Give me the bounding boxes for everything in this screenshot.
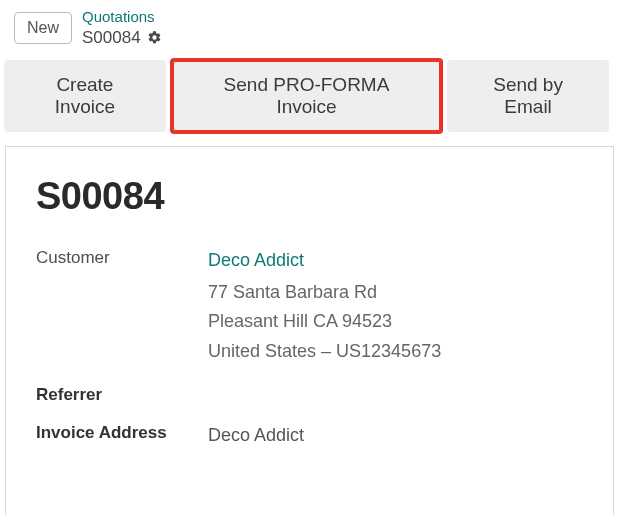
create-invoice-button[interactable]: Create Invoice [4,60,166,132]
address-line-1: 77 Santa Barbara Rd [208,278,441,308]
new-button[interactable]: New [14,12,72,44]
send-by-email-button[interactable]: Send by Email [447,60,609,132]
field-referrer: Referrer [36,383,583,405]
invoice-address-value[interactable]: Deco Addict [208,421,304,451]
breadcrumb-current: S00084 [82,27,162,48]
action-button-bar: Create Invoice Send PRO-FORMA Invoice Se… [0,60,619,132]
invoice-address-label: Invoice Address [36,421,208,443]
customer-address: 77 Santa Barbara Rd Pleasant Hill CA 945… [208,278,441,367]
gear-icon[interactable] [147,30,162,45]
form-sheet: S00084 Customer Deco Addict 77 Santa Bar… [5,146,614,515]
customer-label: Customer [36,246,208,268]
customer-value: Deco Addict 77 Santa Barbara Rd Pleasant… [208,246,441,367]
record-title: S00084 [36,175,583,218]
referrer-label: Referrer [36,383,208,405]
send-proforma-button[interactable]: Send PRO-FORMA Invoice [172,60,441,132]
breadcrumb-model-link[interactable]: Quotations [82,8,162,27]
address-line-3: United States – US12345673 [208,337,441,367]
breadcrumb-record-id: S00084 [82,27,141,48]
customer-link[interactable]: Deco Addict [208,250,304,270]
address-line-2: Pleasant Hill CA 94523 [208,307,441,337]
field-invoice-address: Invoice Address Deco Addict [36,421,583,451]
field-customer: Customer Deco Addict 77 Santa Barbara Rd… [36,246,583,367]
header-bar: New Quotations S00084 [0,0,619,60]
breadcrumb: Quotations S00084 [82,8,162,48]
